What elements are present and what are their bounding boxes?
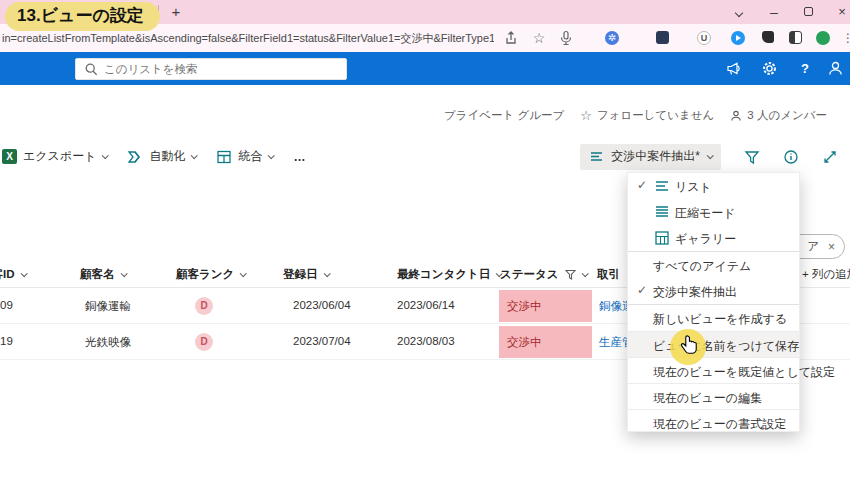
share-icon[interactable] [503,30,521,48]
menu-item-format-current-view[interactable]: 現在のビューの書式設定 [628,409,799,435]
follow-star-icon: ☆ [580,108,592,123]
add-column-button[interactable]: + 列の追加 [802,267,850,282]
column-header-deal[interactable]: 取引 [597,267,620,282]
menu-item-edit-current-view[interactable]: 現在のビューの編集 [628,383,799,409]
tutorial-title-badge: 13.ビューの設定 [5,2,160,31]
new-tab-button[interactable]: + [166,2,186,22]
integrate-button[interactable]: 統合 [216,148,273,165]
automate-button[interactable]: 自動化 [127,148,196,165]
commandbar-overflow-button[interactable]: … [293,150,306,164]
group-privacy-label: プライベート グループ [444,108,564,123]
chevron-down-icon [191,152,198,159]
hand-cursor-icon [679,334,701,356]
compact-view-icon [655,205,669,219]
column-header-status[interactable]: ステータス [500,267,587,282]
chevron-down-icon [323,270,330,277]
chevron-down-icon [240,270,247,277]
split-screen-icon[interactable] [789,31,802,44]
megaphone-icon[interactable] [726,60,744,78]
account-person-icon[interactable] [827,60,845,78]
fullscreen-expand-button[interactable] [822,149,838,165]
chevron-down-icon [102,152,109,159]
chevron-down-icon [581,270,588,277]
menu-item-list-view[interactable]: ✓ リスト [628,173,799,199]
cell-registered: 2023/07/04 [293,335,351,347]
chip-close-icon[interactable]: × [828,240,835,254]
view-list-icon [589,149,604,164]
cell-id: 19 [0,335,13,347]
mic-icon[interactable] [558,30,576,48]
menu-item-set-as-default[interactable]: 現在のビューを既定値として設定 [628,357,799,383]
cell-last-contact: 2023/06/14 [397,299,455,311]
chevron-down-icon [707,152,714,159]
menu-item-create-new-view[interactable]: 新しいビューを作成する [628,305,799,331]
cell-name: 光鉄映像 [85,335,131,350]
browser-menu-icon[interactable]: ⋮ [842,31,850,46]
column-header-last-contact[interactable]: 最終コンタクト日 [397,267,501,282]
column-header-rank[interactable]: 顧客ランク [176,267,245,282]
rank-badge: D [195,333,213,351]
bookmark-star-icon[interactable]: ☆ [530,30,548,48]
help-icon[interactable]: ? [796,60,814,78]
view-options-menu: ✓ リスト 圧縮モード ギャラリー すべてのアイテム ✓ 交渉中案件抽出 新しい… [627,172,800,432]
settings-gear-icon[interactable] [761,60,779,78]
chevron-down-icon [120,270,127,277]
integrate-grid-icon [216,149,232,165]
tab-search-icon[interactable] [731,4,747,20]
members-button[interactable]: 3 人のメンバー [730,108,827,123]
automate-flow-icon [127,149,143,165]
url-text[interactable]: in=createListFromTemplate&isAscending=fa… [2,31,494,46]
profile-avatar[interactable] [816,31,830,45]
check-icon: ✓ [637,178,647,192]
chevron-down-icon [268,152,275,159]
menu-item-all-items[interactable]: すべてのアイテム [628,252,799,278]
column-header-name[interactable]: 顧客名 [80,267,126,282]
info-button[interactable] [783,149,799,165]
menu-item-gallery[interactable]: ギャラリー [628,225,799,251]
status-badge: 交渉中 [499,290,592,322]
menu-item-current-view[interactable]: ✓ 交渉中案件抽出 [628,278,799,304]
chevron-down-icon [20,270,27,277]
column-header-id[interactable]: 顧客ID [0,267,26,282]
menu-item-compact-mode[interactable]: 圧縮モード [628,199,799,225]
search-icon [84,62,99,77]
screen: × + – × in=createListFromTemplate&isAsce… [0,0,850,478]
site-header: プライベート グループ ☆ フォローしていません 3 人のメンバー [0,85,850,141]
filter-chip-label: ア [807,239,819,254]
status-badge: 交渉中 [499,326,592,358]
members-person-icon [730,110,742,122]
view-selector-button[interactable]: 交渉中案件抽出* [580,144,721,170]
excel-icon: X [2,149,17,164]
rank-badge: D [195,297,213,315]
extension-grid-icon[interactable] [656,31,669,44]
check-icon: ✓ [637,283,647,297]
filter-button[interactable] [744,149,760,165]
extensions-puzzle-icon[interactable] [762,31,774,43]
window-restore-button[interactable] [800,4,816,20]
cell-id: 09 [0,299,13,311]
gallery-grid-icon [655,231,669,245]
cell-name: 銅像運輸 [85,299,131,314]
window-minimize-button[interactable]: – [766,4,782,20]
menu-item-save-view-as[interactable]: ビューに名前をつけて保存 [628,331,799,357]
search-input[interactable] [104,59,339,79]
extension-blue-icon[interactable]: ✲ [605,31,619,45]
command-bar: X エクスポート 自動化 統合 … 交渉中案件抽出* [0,141,850,172]
window-close-button[interactable]: × [834,4,850,20]
list-search-box[interactable] [75,58,347,80]
cell-last-contact: 2023/08/03 [397,335,455,347]
follow-button[interactable]: ☆ フォローしていません [580,108,714,123]
column-filter-icon [565,269,576,280]
extension-play-icon[interactable] [731,31,745,45]
sharepoint-suite-bar: ? [0,52,850,85]
cell-registered: 2023/06/04 [293,299,351,311]
extension-u-icon[interactable]: U [697,31,711,45]
export-button[interactable]: X エクスポート [2,148,107,165]
list-view-icon [655,179,669,193]
column-header-registered[interactable]: 登録日 [283,267,329,282]
